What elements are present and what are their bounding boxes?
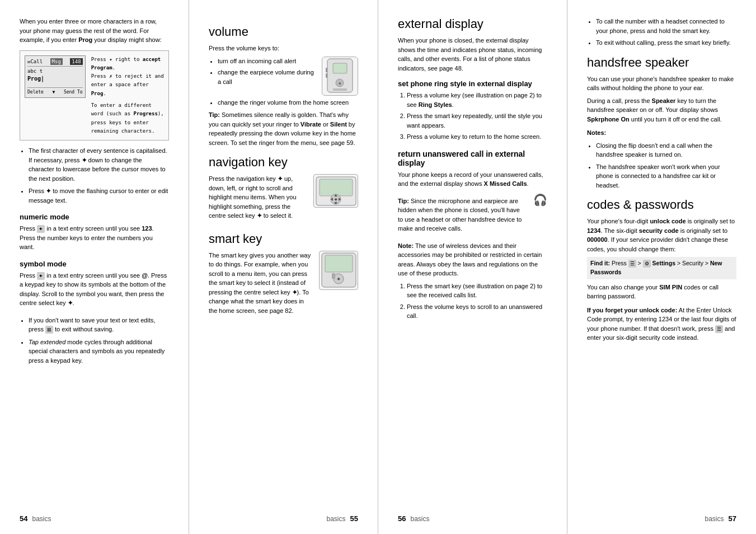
- nav-key-heading: navigation key: [209, 155, 358, 170]
- tip-with-icon: Tip: Since the microphone and earpiece a…: [398, 193, 547, 237]
- numeric-mode-body: Press ✦ in a text entry screen until you…: [20, 224, 169, 252]
- page-57: To call the number with a headset connec…: [567, 0, 756, 534]
- svg-rect-8: [320, 179, 353, 196]
- handsfree-notes: Closing the flip doesn't end a call when…: [596, 141, 736, 190]
- right-bullet-list: If you don't want to save your text or t…: [29, 316, 169, 366]
- menu-icon: ☰: [628, 260, 636, 268]
- smart-key-body: The smart key gives you another way to d…: [209, 251, 313, 316]
- page56-footer: 56 basics: [378, 514, 567, 523]
- footer-label-57: basics: [705, 515, 724, 523]
- handsfree-speaker-section: handsfree speaker You can use your phone…: [587, 55, 736, 190]
- unanswered-step-2: Press the volume keys to scroll to an un…: [407, 302, 547, 321]
- page-spread: When you enter three or more characters …: [0, 0, 756, 534]
- volume-bullets-2: change the ringer volume from the home s…: [218, 98, 358, 107]
- page55-left-col: volume Press the volume keys to: turn of…: [209, 17, 358, 326]
- page55-footer: basics 55: [189, 514, 378, 523]
- volume-content: turn off an incoming call alert change t…: [209, 57, 358, 96]
- page54-bullets: The first character of every sentence is…: [29, 146, 169, 205]
- svg-rect-6: [333, 88, 347, 91]
- codes-passwords-section: codes & passwords Your phone's four-digi…: [587, 198, 736, 343]
- page57-bullet-1: To call the number with a headset connec…: [596, 17, 736, 35]
- svg-text:✦: ✦: [338, 81, 342, 86]
- vol-bullet-1: turn off an incoming call alert: [218, 57, 316, 66]
- codes-find-it: Find it: Press ☰ > ⚙ Settings > Security…: [587, 257, 736, 279]
- return-unanswered-note: Note: The use of wireless devices and th…: [398, 241, 547, 278]
- page54-bullet-1: The first character of every sentence is…: [29, 146, 169, 183]
- right-bullet-2: Tap extended mode cycles through additio…: [29, 338, 169, 366]
- vol-bullet-2: change the earpiece volume during a call: [218, 68, 316, 86]
- footer-label-54: basics: [32, 515, 51, 523]
- symbol-mode-heading: symbol mode: [20, 260, 169, 268]
- codes-body-2: You can also change your SIM PIN codes o…: [587, 283, 736, 301]
- ring-style-heading: set phone ring style in external display: [398, 79, 547, 88]
- return-unanswered-heading: return unanswered call in external displ…: [398, 149, 547, 167]
- smart-key-image: ✦: [319, 251, 358, 290]
- svg-rect-2: [326, 68, 327, 72]
- return-unanswered-tip: Tip: Since the microphone and earpiece a…: [398, 196, 523, 233]
- page54-right-bullets: If you don't want to save your text or t…: [20, 316, 169, 366]
- page-55: volume Press the volume keys to: turn of…: [189, 0, 378, 534]
- key-icon-2: ✦: [37, 272, 45, 280]
- right-bullet-1: If you don't want to save your text or t…: [29, 316, 169, 334]
- svg-rect-16: [325, 255, 353, 272]
- smart-key-content: The smart key gives you another way to d…: [209, 251, 358, 319]
- footer-label-56: basics: [410, 515, 429, 523]
- nav-key-image: ✦: [313, 174, 358, 208]
- page57-top-bullets: To call the number with a headset connec…: [587, 17, 736, 48]
- svg-rect-3: [326, 73, 327, 78]
- page57-footer: basics 57: [567, 514, 756, 523]
- handsfree-notes-label: Notes:: [587, 128, 736, 138]
- exit-icon: ⊠: [45, 326, 53, 334]
- volume-section: volume Press the volume keys to: turn of…: [209, 25, 358, 147]
- handsfree-note-2: The handsfree speaker won't work when yo…: [596, 162, 736, 190]
- smart-key-heading: smart key: [209, 232, 358, 246]
- handsfree-speaker-heading: handsfree speaker: [587, 55, 736, 70]
- codes-body-1: Your phone's four-digit unlock code is o…: [587, 217, 736, 254]
- page57-bullet-2: To exit without calling, press the smart…: [596, 38, 736, 48]
- page-54: When you enter three or more characters …: [0, 0, 189, 534]
- nav-key-body: Press the navigation key ✦ up, down, lef…: [209, 174, 308, 221]
- numeric-mode-section: numeric mode Press ✦ in a text entry scr…: [20, 213, 169, 252]
- page54-bullet-2: Press ✦ to move the flashing cursor to e…: [29, 186, 169, 205]
- external-display-section: external display When your phone is clos…: [398, 17, 547, 142]
- return-unanswered-steps: Press the smart key (see illustration on…: [407, 282, 547, 321]
- screen-illustration: ✉CallMsg148 abc t Prog| Delete▼Send To: [20, 50, 169, 141]
- handsfree-body-1: You can use your phone's handsfree speak…: [587, 74, 736, 93]
- svg-text:✦: ✦: [336, 276, 341, 282]
- svg-text:✦: ✦: [334, 196, 338, 203]
- ring-style-section: set phone ring style in external display…: [398, 79, 547, 142]
- symbol-mode-body: Press ✦ in a text entry screen until you…: [20, 271, 169, 308]
- footer-label-55: basics: [327, 515, 346, 523]
- ring-step-1: Press a volume key (see illustration on …: [407, 91, 547, 109]
- return-unanswered-body: Your phone keeps a record of your unansw…: [398, 170, 547, 189]
- volume-bullets-col: turn off an incoming call alert change t…: [209, 57, 316, 90]
- codes-passwords-heading: codes & passwords: [587, 198, 736, 212]
- page54-intro-text: When you enter three or more characters …: [20, 17, 169, 45]
- codes-forget: If you forget your unlock code: At the E…: [587, 306, 736, 343]
- external-display-heading: external display: [398, 17, 547, 31]
- smart-key-section: smart key The smart key gives you anothe…: [209, 232, 358, 319]
- ring-style-steps: Press a volume key (see illustration on …: [407, 91, 547, 142]
- return-unanswered-section: return unanswered call in external displ…: [398, 149, 547, 321]
- navigation-key-section: navigation key Press the navigation key …: [209, 155, 358, 224]
- external-display-intro: When your phone is closed, the external …: [398, 36, 547, 73]
- volume-bullets: turn off an incoming call alert change t…: [218, 57, 316, 87]
- nav-key-content: Press the navigation key ✦ up, down, lef…: [209, 174, 358, 224]
- svg-rect-1: [333, 63, 347, 73]
- ring-step-3: Press a volume key to return to the home…: [407, 132, 547, 142]
- page-number-56: 56: [398, 514, 406, 523]
- handsfree-note-1: Closing the flip doesn't end a call when…: [596, 141, 736, 160]
- unanswered-step-1: Press the smart key (see illustration on…: [407, 282, 547, 300]
- svg-rect-19: [332, 273, 335, 279]
- ring-step-2: Press the smart key repeatedly, until th…: [407, 111, 547, 130]
- page54-intro-section: When you enter three or more characters …: [20, 17, 169, 205]
- page-number-55: 55: [350, 514, 358, 523]
- page-number-54: 54: [20, 514, 27, 523]
- page57-bullets: To call the number with a headset connec…: [596, 17, 736, 48]
- numeric-mode-heading: numeric mode: [20, 213, 169, 221]
- key-icon: ✦: [37, 225, 45, 233]
- volume-heading: volume: [209, 25, 358, 39]
- vol-bullet-3: change the ringer volume from the home s…: [218, 98, 358, 107]
- page55-two-col: volume Press the volume keys to: turn of…: [209, 17, 358, 326]
- menu-icon-2: ☰: [715, 325, 723, 333]
